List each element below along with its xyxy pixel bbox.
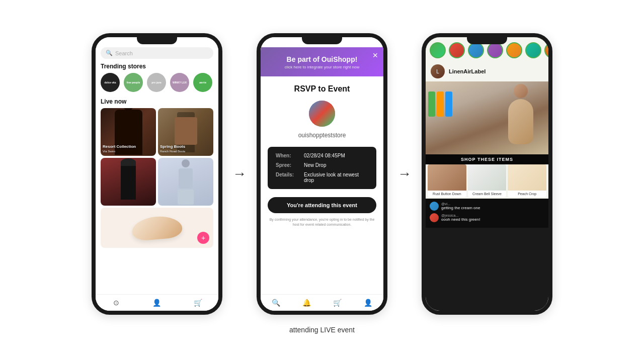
live-card-sublabel2: Ranch Road Boots xyxy=(160,150,185,153)
sneaker-section[interactable]: + xyxy=(101,208,213,248)
person-figure xyxy=(501,84,541,154)
live-card-4[interactable] xyxy=(158,158,213,206)
cart-icon-2[interactable]: 🛒 xyxy=(334,299,342,307)
product-card-1[interactable]: Rust Button Down xyxy=(428,164,466,197)
story-avatar-5[interactable] xyxy=(506,42,522,58)
store-label: WINKY LUX xyxy=(172,80,188,85)
event-details: When: 02/28/24 08:45PM Spree: New Drop D… xyxy=(268,147,376,189)
person-head xyxy=(514,84,528,98)
product-image-1 xyxy=(428,164,466,191)
live-card-3[interactable] xyxy=(101,158,156,206)
store-item[interactable]: WINKY LUX xyxy=(170,73,189,92)
product-image-2 xyxy=(468,164,507,191)
rsvp-title: RSVP to Event xyxy=(268,84,376,94)
clothing-orange xyxy=(437,92,444,117)
stores-list: dolce vita free people pro jane WINKY LU… xyxy=(96,73,218,96)
story-avatar-4[interactable] xyxy=(487,42,503,58)
story-avatar-6[interactable] xyxy=(525,42,541,58)
story-avatar-1[interactable] xyxy=(430,42,446,58)
when-value: 02/28/24 08:45PM xyxy=(304,153,345,158)
product-name-2: Cream Bell Sleeve xyxy=(468,191,507,197)
sneaker-image xyxy=(131,214,183,241)
rsvp-content: RSVP to Event ouishoppteststore When: 02… xyxy=(261,76,383,235)
comment-body-1: getting the cream one xyxy=(441,206,480,210)
rsvp-banner[interactable]: Be part of OuiShopp! click here to integ… xyxy=(261,47,383,76)
commenter-user-2: @jessica... xyxy=(441,214,480,217)
story-avatar-7[interactable] xyxy=(544,42,548,58)
phone-rsvp: Be part of OuiShopp! click here to integ… xyxy=(257,33,387,315)
search-bar[interactable]: 🔍 Search xyxy=(101,47,213,59)
live-video xyxy=(426,81,548,154)
details-label: Details: xyxy=(276,172,300,177)
host-name: LinenAirLabel xyxy=(449,68,486,74)
spree-value: New Drop xyxy=(304,162,326,168)
story-avatar-3[interactable] xyxy=(468,42,484,58)
store-avatar xyxy=(309,101,335,127)
phone-browse: 🔍 Search Trending stores dolce vita free… xyxy=(92,33,222,315)
product-grid: Rust Button Down Cream Bell Sleeve Peach… xyxy=(426,164,548,199)
phone-live: L LinenAirLabel SHOP THESE ITEMS xyxy=(422,33,552,315)
person-body xyxy=(508,99,533,144)
trending-stores-title: Trending stores xyxy=(101,63,213,70)
comment-body-2: oooh need this green! xyxy=(441,217,480,222)
store-label: dolce vita xyxy=(103,80,117,85)
commenter-avatar-2 xyxy=(430,213,439,222)
attend-button[interactable]: You're attending this event xyxy=(268,197,376,213)
banner-subtitle: click here to integrate your store right… xyxy=(268,65,376,69)
details-row: Details: Exclusive look at newest drop xyxy=(276,172,368,183)
store-label: pro jane xyxy=(150,80,162,85)
live-grid: Resort Collection Via Swim Spring Boots … xyxy=(96,108,218,206)
cart-nav-icon[interactable]: 🛒 xyxy=(194,299,202,307)
profile-nav-icon[interactable]: 👤 xyxy=(153,299,161,307)
bottom-nav: ⊙ 👤 🛒 xyxy=(96,294,218,311)
clothing-blue xyxy=(445,92,452,117)
when-label: When: xyxy=(276,153,300,158)
live-card-label2: Spring Boots Ranch Road Boots xyxy=(160,144,185,154)
commenter-avatar-1 xyxy=(430,202,439,211)
commenter-user-1: @vi... xyxy=(441,202,480,206)
store-item[interactable]: dolce vita xyxy=(101,73,120,92)
spree-row: Spree: New Drop xyxy=(276,162,368,168)
comment-text-2: @jessica... oooh need this green! xyxy=(441,214,480,222)
add-button[interactable]: + xyxy=(197,232,209,244)
search-icon: 🔍 xyxy=(106,50,113,56)
store-label: free people xyxy=(126,80,141,85)
home-nav-icon[interactable]: ⊙ xyxy=(112,299,120,307)
live-now-title: Live now xyxy=(101,98,213,105)
clothing-green xyxy=(428,92,435,117)
app-container: 🔍 Search Trending stores dolce vita free… xyxy=(0,28,644,320)
store-item[interactable]: free people xyxy=(124,73,143,92)
spree-label: Spree: xyxy=(276,162,300,168)
arrow-2: → xyxy=(397,166,412,182)
live-card-boots[interactable]: Spring Boots Ranch Road Boots xyxy=(158,108,213,156)
avatar-image xyxy=(309,101,335,127)
details-value: Exclusive look at newest drop xyxy=(304,172,368,183)
arrow-1: → xyxy=(232,166,247,182)
banner-title: Be part of OuiShopp! xyxy=(268,55,376,63)
stories-bar xyxy=(426,37,548,61)
confirm-text: By confirming your attendance, you're op… xyxy=(268,217,376,227)
live-card-resort[interactable]: Resort Collection Via Swim xyxy=(101,108,156,156)
phone-rsvp-screen: Be part of OuiShopp! click here to integ… xyxy=(261,37,383,311)
host-bar: L LinenAirLabel xyxy=(426,61,548,81)
phone-browse-screen: 🔍 Search Trending stores dolce vita free… xyxy=(96,37,218,311)
host-avatar: L xyxy=(431,64,445,78)
store-item[interactable]: pro jane xyxy=(147,73,166,92)
home-icon-2[interactable]: 🔍 xyxy=(272,299,280,307)
product-card-3[interactable]: Peach Crop xyxy=(508,164,546,197)
comment-text-1: @vi... getting the cream one xyxy=(441,202,480,210)
product-card-2[interactable]: Cream Bell Sleeve xyxy=(468,164,507,197)
comments-section: @vi... getting the cream one @jessica...… xyxy=(426,199,548,228)
store-name: ouishoppteststore xyxy=(268,132,376,139)
bell-icon-2[interactable]: 🔔 xyxy=(303,299,311,307)
profile-icon-2[interactable]: 👤 xyxy=(364,299,372,307)
product-image-3 xyxy=(508,164,546,191)
store-item[interactable]: aerie xyxy=(193,73,212,92)
comment-2: @jessica... oooh need this green! xyxy=(430,213,544,222)
story-avatar-2[interactable] xyxy=(449,42,465,58)
live-card-sublabel: Via Swim xyxy=(103,150,115,153)
phone-live-screen: L LinenAirLabel SHOP THESE ITEMS xyxy=(426,37,548,311)
close-icon[interactable]: ✕ xyxy=(372,51,378,59)
clothes-rack xyxy=(428,92,452,117)
product-name-1: Rust Button Down xyxy=(428,191,466,197)
